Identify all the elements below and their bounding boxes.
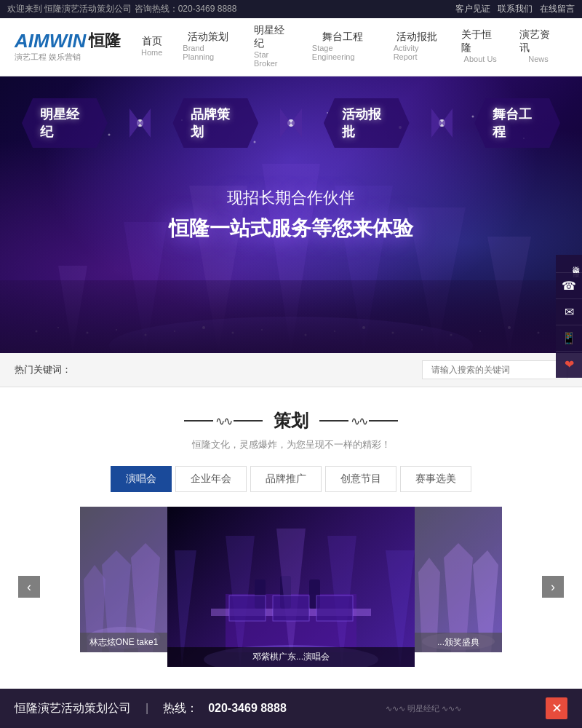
- banner-cat-activity[interactable]: 活动报批: [302, 91, 431, 155]
- svg-rect-49: [229, 596, 266, 621]
- nav-about-en: About Us: [464, 55, 497, 63]
- bottom-bar: 恒隆演艺活动策划公司 | 热线： 020-3469 8888 ∿∿∿ 明星经纪 …: [0, 689, 582, 725]
- hero-recruit-text: 现招长期合作伙伴: [169, 187, 413, 209]
- deco-line-left: [184, 420, 213, 422]
- deco-line-left2: [234, 420, 263, 422]
- nav-news-zh: 演艺资讯: [519, 28, 557, 55]
- title-deco-right: ∿∿: [319, 414, 398, 428]
- card1-label: 林志炫ONE take1: [80, 633, 167, 652]
- nav-about-zh: 关于恒隆: [461, 28, 499, 55]
- nav-activity-en: Activity Report: [394, 44, 442, 61]
- planning-tabs: 演唱会 企业年会 品牌推广 创意节目 赛事选美: [15, 466, 567, 492]
- nav-planning-en: Brand Planning: [183, 44, 234, 61]
- nav-home-zh: 首页: [142, 35, 162, 48]
- search-input[interactable]: [422, 360, 567, 379]
- logo-sub: 演艺工程 娱乐营销: [15, 52, 121, 63]
- plan-tab-brand[interactable]: 品牌推广: [250, 466, 322, 492]
- main-nav: 首页 Home 活动策划 Brand Planning 明星经纪 Star Br…: [131, 18, 567, 76]
- float-sidebar: 微信客服 ☎ ✉ 📱 ❤: [556, 255, 582, 378]
- nav-news[interactable]: 演艺资讯 News: [509, 18, 567, 76]
- svg-rect-50: [273, 596, 309, 621]
- nav-star-zh: 明星经纪: [254, 24, 292, 50]
- nav-star-en: Star Broker: [254, 50, 292, 68]
- nav-home[interactable]: 首页 Home: [131, 18, 172, 76]
- search-label: 热门关键词：: [15, 363, 71, 376]
- top-bar-link-contact[interactable]: 联系我们: [498, 3, 533, 15]
- float-btn-email[interactable]: ✉: [556, 299, 582, 325]
- section-title-row: ∿∿ 策划 ∿∿: [15, 409, 567, 432]
- logo-text: AIMWIN 恒隆 演艺工程 娱乐营销: [15, 31, 121, 63]
- nav-home-en: Home: [141, 48, 162, 57]
- top-bar-link-message[interactable]: 在线留言: [540, 3, 575, 15]
- hero-banner: 明星经纪 品牌策划 活动报批 舞台工程: [0, 76, 582, 353]
- hero-crowd: [0, 280, 582, 353]
- card2-svg: [167, 507, 415, 667]
- bottom-bar-hotline-label: 热线：: [163, 701, 198, 716]
- nav-planning[interactable]: 活动策划 Brand Planning: [172, 18, 244, 76]
- banner-cat-brand[interactable]: 品牌策划: [151, 91, 280, 155]
- bottom-bar-phone: 020-3469 8888: [208, 702, 287, 715]
- search-section: 热门关键词：: [0, 353, 582, 387]
- float-btn-wechat[interactable]: 微信客服: [556, 255, 582, 273]
- banner-categories: 明星经纪 品牌策划 活动报批 舞台工程: [0, 91, 582, 155]
- banner-cat-stage[interactable]: 舞台工程: [453, 91, 582, 155]
- card3-label: ...颁奖盛典: [415, 633, 502, 652]
- cards-row: ‹ 林志炫ONE take1: [15, 507, 567, 667]
- nav-stage-zh: 舞台工程: [322, 31, 363, 44]
- section-subtitle: 恒隆文化，灵感爆炸，为您呈现不一样的精彩！: [15, 438, 567, 451]
- card2-label: 邓紫棋广东...演唱会: [167, 647, 415, 667]
- title-deco-left: ∿∿: [184, 414, 263, 428]
- logo-henglong: 恒隆: [89, 33, 121, 49]
- top-bar-link-client[interactable]: 客户见证: [455, 3, 490, 15]
- plan-tab-creative[interactable]: 创意节目: [325, 466, 396, 492]
- concert-card-3[interactable]: ...颁奖盛典: [415, 507, 502, 652]
- nav-activity-zh: 活动报批: [396, 31, 437, 44]
- nav-planning-zh: 活动策划: [188, 31, 228, 44]
- logo-area: AIMWIN 恒隆 演艺工程 娱乐营销: [15, 31, 131, 63]
- bottom-bar-close-button[interactable]: ✕: [546, 697, 567, 719]
- bottom-bar-company: 恒隆演艺活动策划公司: [15, 701, 131, 716]
- logo-aimwin: AIMWIN: [15, 31, 86, 50]
- banner-cat-star[interactable]: 明星经纪: [0, 91, 129, 155]
- nav-activity[interactable]: 活动报批 Activity Report: [383, 18, 452, 76]
- card1-svg: [80, 507, 167, 652]
- logo-main: AIMWIN 恒隆: [15, 31, 121, 50]
- hero-tagline: 恒隆一站式服务等您来体验: [169, 215, 413, 242]
- plan-tab-corporate[interactable]: 企业年会: [175, 466, 247, 492]
- section-main-title: 策划: [274, 409, 308, 432]
- header: AIMWIN 恒隆 演艺工程 娱乐营销 首页 Home 活动策划 Brand P…: [0, 18, 582, 76]
- search-input-wrap: [422, 360, 567, 379]
- deco-line-right2: [369, 420, 398, 422]
- nav-about[interactable]: 关于恒隆 About Us: [451, 18, 509, 76]
- nav-stage-en: Stage Engineering: [312, 44, 373, 61]
- concert-card-1[interactable]: 林志炫ONE take1: [80, 507, 167, 652]
- nav-star[interactable]: 明星经纪 Star Broker: [244, 18, 302, 76]
- hero-text-overlay: 现招长期合作伙伴 恒隆一站式服务等您来体验: [169, 187, 413, 242]
- cards-prev-button[interactable]: ‹: [18, 576, 40, 598]
- top-bar: 欢迎来到 恒隆演艺活动策划公司 咨询热线：020-3469 8888 客户见证 …: [0, 0, 582, 18]
- plan-tab-concert[interactable]: 演唱会: [111, 466, 172, 492]
- plan-tab-contest[interactable]: 赛事选美: [400, 466, 471, 492]
- cards-next-button[interactable]: ›: [542, 576, 564, 598]
- top-bar-welcome: 欢迎来到 恒隆演艺活动策划公司 咨询热线：020-3469 8888: [7, 3, 236, 15]
- top-bar-links: 客户见证 联系我们 在线留言: [455, 3, 575, 15]
- float-btn-phone[interactable]: ☎: [556, 273, 582, 299]
- deco-line-right: [319, 420, 348, 422]
- float-btn-mobile[interactable]: 📱: [556, 325, 582, 352]
- svg-rect-51: [316, 596, 353, 621]
- planning-section: ∿∿ 策划 ∿∿ 恒隆文化，灵感爆炸，为您呈现不一样的精彩！ 演唱会 企业年会 …: [0, 387, 582, 681]
- card3-svg: [415, 507, 502, 652]
- deco-wave-right: ∿∿: [351, 414, 367, 428]
- deco-wave-left: ∿∿: [215, 414, 231, 428]
- bottom-bar-separator: |: [146, 702, 148, 715]
- concert-card-main[interactable]: 邓紫棋广东...演唱会: [167, 507, 415, 667]
- float-btn-weibo[interactable]: ❤: [556, 352, 582, 378]
- bottom-bar-wave: ∿∿∿ 明星经纪 ∿∿∿: [308, 703, 538, 714]
- nav-news-en: News: [528, 55, 549, 63]
- nav-stage[interactable]: 舞台工程 Stage Engineering: [302, 18, 383, 76]
